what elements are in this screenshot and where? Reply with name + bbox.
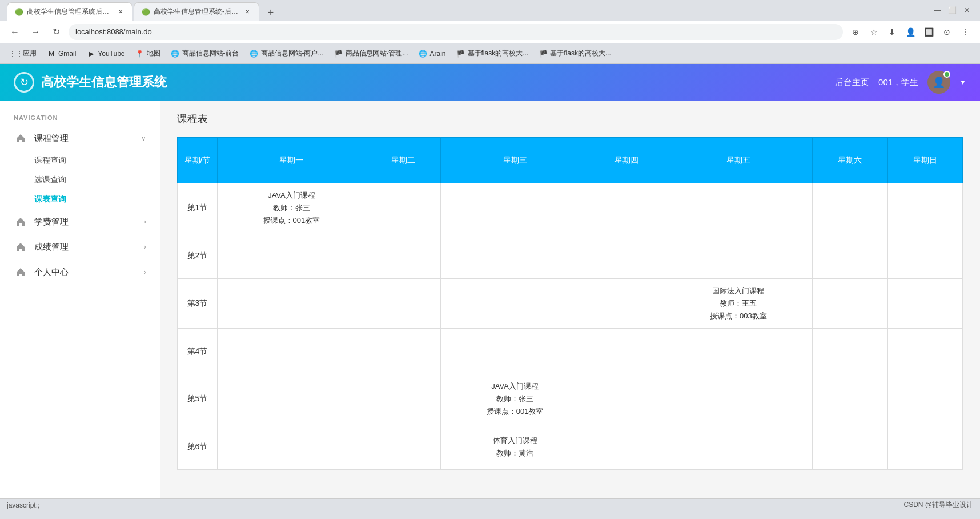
- status-right: CSDN @辅导毕业设计: [903, 500, 973, 510]
- course-name: 体育入门课程: [493, 436, 537, 446]
- period-cell: 第1节: [178, 183, 218, 233]
- sidebar-sub-item-schedule-query[interactable]: 课表查询: [0, 190, 160, 209]
- bookmark-bk7[interactable]: 🏴商品信息网站-管理...: [330, 46, 413, 61]
- browser-tab-tab1[interactable]: 🟢 高校学生信息管理系统后台管理 ✕: [7, 2, 132, 21]
- url-input[interactable]: localhost:8088/main.do: [69, 24, 843, 40]
- sidebar-item-label: 成绩管理: [34, 242, 69, 253]
- sidebar-sub-item-elective-query[interactable]: 选课查询: [0, 170, 160, 190]
- bookmark-icon: 🏴: [456, 49, 465, 58]
- sub-item-label: 选课查询: [34, 175, 66, 185]
- tab-close-button[interactable]: ✕: [243, 7, 252, 17]
- menu-icon[interactable]: ⋮: [957, 24, 973, 40]
- url-text: localhost:8088/main.do: [75, 27, 152, 36]
- tab-title: 高校学生信息管理系统后台管理: [27, 7, 113, 17]
- schedule-cell-saturday: [813, 233, 887, 279]
- course-teacher: 教师：王五: [720, 298, 757, 309]
- bookmark-label: 基于flask的高校大...: [550, 49, 611, 58]
- sidebar-item-personal-center[interactable]: 个人中心 ›: [0, 260, 160, 285]
- chevron-right-icon: ›: [144, 243, 146, 251]
- course-cell: 国际法入门课程 教师：王五 授课点：003教室: [669, 286, 808, 321]
- user-account-icon[interactable]: ⊙: [939, 24, 955, 40]
- schedule-cell-monday: [218, 233, 366, 279]
- profile-icon[interactable]: 👤: [902, 24, 918, 40]
- tab-favicon: 🟢: [14, 7, 23, 17]
- schedule-cell-saturday: [813, 424, 887, 470]
- bookmark-bk2[interactable]: MGmail: [42, 46, 81, 61]
- bookmark-bk8[interactable]: 🌐Arain: [414, 46, 451, 61]
- bookmark-icon: 🏴: [334, 49, 343, 58]
- refresh-button[interactable]: ↻: [48, 24, 64, 40]
- bookmark-icon: M: [47, 49, 56, 58]
- col-header-wed: 星期三: [441, 138, 589, 183]
- chevron-right-icon: ›: [144, 268, 146, 276]
- tab-title: 高校学生信息管理系统-后台登录: [154, 7, 239, 17]
- schedule-cell-sunday: [887, 183, 962, 233]
- main-layout: NAVIGATION 课程管理 ∨ 课程查询 选课查询 课表查询: [0, 101, 980, 498]
- app-area: ↻ 高校学生信息管理系统 后台主页 001，学生 👤 ▼ NAVIGATION: [0, 64, 980, 498]
- sidebar-item-course-mgmt[interactable]: 课程管理 ∨: [0, 126, 160, 151]
- bookmark-bk4[interactable]: 📍地图: [131, 46, 165, 61]
- bookmark-bk5[interactable]: 🌐商品信息网站-前台: [166, 46, 244, 61]
- back-button[interactable]: ←: [7, 24, 23, 40]
- avatar[interactable]: 👤: [927, 71, 950, 94]
- schedule-cell-wednesday: [441, 183, 589, 233]
- forward-button[interactable]: →: [27, 24, 43, 40]
- bookmark-label: 商品信息网站-商户...: [261, 49, 324, 58]
- close-button[interactable]: ✕: [963, 6, 971, 14]
- course-teacher: 教师：张三: [273, 203, 310, 213]
- sub-item-label: 课程查询: [34, 155, 66, 166]
- schedule-cell-wednesday: [441, 279, 589, 329]
- schedule-cell-tuesday: [366, 279, 440, 329]
- maximize-button[interactable]: ⬜: [948, 6, 956, 14]
- bookmark-label: YouTube: [98, 50, 124, 58]
- home-icon: [14, 265, 27, 279]
- sidebar-item-fee-mgmt[interactable]: 学费管理 ›: [0, 209, 160, 234]
- home-link[interactable]: 后台主页: [835, 77, 869, 88]
- window-controls: — ⬜ ✕: [933, 6, 975, 14]
- schedule-cell-thursday: [589, 424, 664, 470]
- header-right: 后台主页 001，学生 👤 ▼: [835, 71, 966, 94]
- period-cell: 第3节: [178, 279, 218, 329]
- app-header: ↻ 高校学生信息管理系统 后台主页 001，学生 👤 ▼: [0, 64, 980, 101]
- course-location: 授课点：001教室: [263, 215, 320, 226]
- chevron-down-icon[interactable]: ▼: [959, 78, 966, 86]
- minimize-button[interactable]: —: [933, 6, 941, 14]
- period-cell: 第6节: [178, 424, 218, 470]
- sidebar-item-grade-mgmt[interactable]: 成绩管理 ›: [0, 234, 160, 260]
- sidebar: NAVIGATION 课程管理 ∨ 课程查询 选课查询 课表查询: [0, 101, 160, 498]
- bookmark-bk3[interactable]: ▶YouTube: [82, 46, 129, 61]
- schedule-cell-tuesday: [366, 329, 440, 374]
- schedule-cell-wednesday: JAVA入门课程 教师：张三 授课点：001教室: [441, 374, 589, 424]
- sub-item-label: 课表查询: [34, 194, 66, 205]
- home-icon: [14, 131, 27, 145]
- schedule-cell-thursday: [589, 329, 664, 374]
- bookmark-bk6[interactable]: 🌐商品信息网站-商户...: [245, 46, 328, 61]
- page-title: 课程表: [177, 112, 963, 126]
- bookmark-bk9[interactable]: 🏴基于flask的高校大...: [452, 46, 533, 61]
- address-icons: ⊕ ☆ ⬇ 👤 🔲 ⊙ ⋮: [848, 24, 973, 40]
- avatar-badge: [943, 71, 950, 78]
- sidebar-sub-item-course-query[interactable]: 课程查询: [0, 151, 160, 170]
- sidebar-item-label: 个人中心: [34, 267, 69, 278]
- app-title: 高校学生信息管理系统: [41, 74, 167, 91]
- tab-close-button[interactable]: ✕: [116, 7, 125, 17]
- logo-icon: ↻: [14, 72, 34, 93]
- add-tab-button[interactable]: +: [263, 5, 279, 21]
- browser-tab-tab2[interactable]: 🟢 高校学生信息管理系统-后台登录 ✕: [134, 2, 259, 21]
- bookmark-icon[interactable]: ☆: [866, 24, 882, 40]
- browser-window: 🟢 高校学生信息管理系统后台管理 ✕ 🟢 高校学生信息管理系统-后台登录 ✕ +…: [0, 0, 980, 519]
- extension-icon[interactable]: 🔲: [921, 24, 937, 40]
- home-icon: [14, 215, 27, 229]
- bookmark-bk1[interactable]: ⋮⋮应用: [7, 46, 41, 61]
- download-icon[interactable]: ⬇: [884, 24, 900, 40]
- bookmark-bk10[interactable]: 🏴基于flask的高校大...: [534, 46, 616, 61]
- home-icon: [14, 240, 27, 254]
- schedule-row-4: 第5节 JAVA入门课程 教师：张三 授课点：001教室: [178, 374, 963, 424]
- schedule-cell-saturday: [813, 279, 887, 329]
- bookmark-label: Arain: [430, 50, 446, 58]
- translate-icon[interactable]: ⊕: [848, 24, 863, 40]
- schedule-cell-sunday: [887, 233, 962, 279]
- col-header-thu: 星期四: [589, 138, 664, 183]
- schedule-cell-monday: [218, 424, 366, 470]
- chevron-right-icon: ›: [144, 218, 146, 226]
